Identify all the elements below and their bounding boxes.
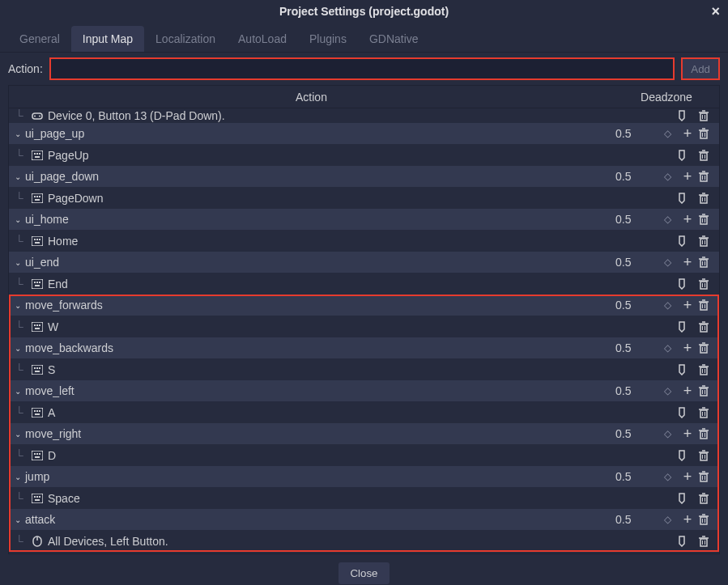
edit-icon[interactable]	[677, 150, 698, 161]
event-label[interactable]: Space	[45, 492, 677, 505]
delete-icon[interactable]	[698, 493, 719, 504]
action-name[interactable]: attack	[23, 513, 615, 526]
spinner-icon[interactable]: ◇	[664, 299, 677, 311]
deadzone-value[interactable]: 0.5	[615, 127, 664, 140]
add-event-icon[interactable]: +	[677, 383, 698, 400]
add-event-icon[interactable]: +	[677, 168, 698, 185]
event-label[interactable]: A	[45, 406, 677, 419]
delete-icon[interactable]	[698, 471, 719, 482]
edit-icon[interactable]	[677, 364, 698, 375]
action-name[interactable]: ui_end	[23, 256, 615, 269]
chevron-down-icon[interactable]: ⌄	[12, 515, 23, 524]
spinner-icon[interactable]: ◇	[664, 214, 677, 225]
chevron-down-icon[interactable]: ⌄	[12, 344, 23, 353]
delete-icon[interactable]	[698, 428, 719, 439]
deadzone-value[interactable]: 0.5	[615, 427, 664, 440]
add-event-icon[interactable]: +	[677, 125, 698, 142]
tab-input-map[interactable]: Input Map	[71, 26, 144, 52]
spinner-icon[interactable]: ◇	[664, 171, 677, 182]
spinner-icon[interactable]: ◇	[664, 428, 677, 439]
deadzone-value[interactable]: 0.5	[615, 470, 664, 483]
tab-gdnative[interactable]: GDNative	[358, 26, 430, 52]
deadzone-value[interactable]: 0.5	[615, 299, 664, 312]
action-name[interactable]: move_forwards	[23, 299, 615, 312]
delete-icon[interactable]	[698, 171, 719, 182]
action-name[interactable]: ui_page_down	[23, 170, 615, 183]
delete-icon[interactable]	[698, 450, 719, 461]
edit-icon[interactable]	[677, 193, 698, 204]
chevron-down-icon[interactable]: ⌄	[12, 473, 23, 481]
event-label[interactable]: All Devices, Left Button.	[45, 535, 677, 548]
spinner-icon[interactable]: ◇	[664, 342, 677, 354]
event-label[interactable]: PageDown	[45, 192, 677, 205]
deadzone-value[interactable]: 0.5	[615, 384, 664, 397]
delete-icon[interactable]	[698, 385, 719, 396]
chevron-down-icon[interactable]: ⌄	[12, 301, 23, 310]
spinner-icon[interactable]: ◇	[664, 471, 677, 482]
add-event-icon[interactable]: +	[677, 340, 698, 357]
add-event-icon[interactable]: +	[677, 211, 698, 228]
action-name[interactable]: jump	[23, 470, 615, 483]
spinner-icon[interactable]: ◇	[664, 256, 677, 268]
deadzone-value[interactable]: 0.5	[615, 256, 664, 269]
delete-icon[interactable]	[698, 128, 719, 139]
event-label[interactable]: Home	[45, 235, 677, 248]
tab-localization[interactable]: Localization	[144, 26, 227, 52]
tab-autoload[interactable]: AutoLoad	[227, 26, 298, 52]
action-name[interactable]: move_backwards	[23, 341, 615, 354]
action-name[interactable]: ui_page_up	[23, 127, 615, 140]
delete-icon[interactable]	[698, 193, 719, 204]
add-event-icon[interactable]: +	[677, 254, 698, 271]
action-name[interactable]: move_left	[23, 384, 615, 397]
chevron-down-icon[interactable]: ⌄	[12, 430, 23, 439]
delete-icon[interactable]	[698, 150, 719, 161]
add-event-icon[interactable]: +	[677, 468, 698, 485]
deadzone-value[interactable]: 0.5	[615, 213, 664, 226]
delete-icon[interactable]	[698, 407, 719, 418]
delete-icon[interactable]	[698, 321, 719, 333]
edit-icon[interactable]	[677, 407, 698, 418]
add-event-icon[interactable]: +	[677, 297, 698, 314]
action-name[interactable]: ui_home	[23, 213, 615, 226]
spinner-icon[interactable]: ◇	[664, 128, 677, 139]
delete-icon[interactable]	[698, 514, 719, 525]
delete-icon[interactable]	[698, 278, 719, 290]
deadzone-value[interactable]: 0.5	[615, 170, 664, 183]
edit-icon[interactable]	[677, 536, 698, 547]
event-label[interactable]: End	[45, 278, 677, 290]
event-label[interactable]: W	[45, 320, 677, 333]
add-event-icon[interactable]: +	[677, 511, 698, 528]
delete-icon[interactable]	[698, 214, 719, 225]
deadzone-value[interactable]: 0.5	[615, 513, 664, 526]
action-input[interactable]	[49, 57, 675, 80]
event-label[interactable]: D	[45, 449, 677, 462]
close-button[interactable]: Close	[338, 562, 389, 584]
add-event-icon[interactable]: +	[677, 426, 698, 443]
deadzone-value[interactable]: 0.5	[615, 341, 664, 354]
delete-icon[interactable]	[698, 110, 719, 121]
delete-icon[interactable]	[698, 299, 719, 311]
action-name[interactable]: move_right	[23, 427, 615, 440]
add-button[interactable]: Add	[681, 57, 720, 80]
delete-icon[interactable]	[698, 256, 719, 268]
spinner-icon[interactable]: ◇	[664, 514, 677, 525]
chevron-down-icon[interactable]: ⌄	[12, 387, 23, 396]
edit-icon[interactable]	[677, 110, 698, 121]
tab-general[interactable]: General	[8, 26, 71, 52]
delete-icon[interactable]	[698, 364, 719, 375]
chevron-down-icon[interactable]: ⌄	[12, 215, 23, 224]
edit-icon[interactable]	[677, 450, 698, 461]
delete-icon[interactable]	[698, 235, 719, 247]
chevron-down-icon[interactable]: ⌄	[12, 172, 23, 181]
edit-icon[interactable]	[677, 278, 698, 290]
delete-icon[interactable]	[698, 342, 719, 354]
edit-icon[interactable]	[677, 321, 698, 333]
chevron-down-icon[interactable]: ⌄	[12, 129, 23, 138]
edit-icon[interactable]	[677, 493, 698, 504]
edit-icon[interactable]	[677, 235, 698, 247]
event-label[interactable]: PageUp	[45, 149, 677, 162]
tab-plugins[interactable]: Plugins	[298, 26, 358, 52]
delete-icon[interactable]	[698, 536, 719, 547]
close-icon[interactable]: ×	[711, 3, 720, 20]
spinner-icon[interactable]: ◇	[664, 385, 677, 396]
